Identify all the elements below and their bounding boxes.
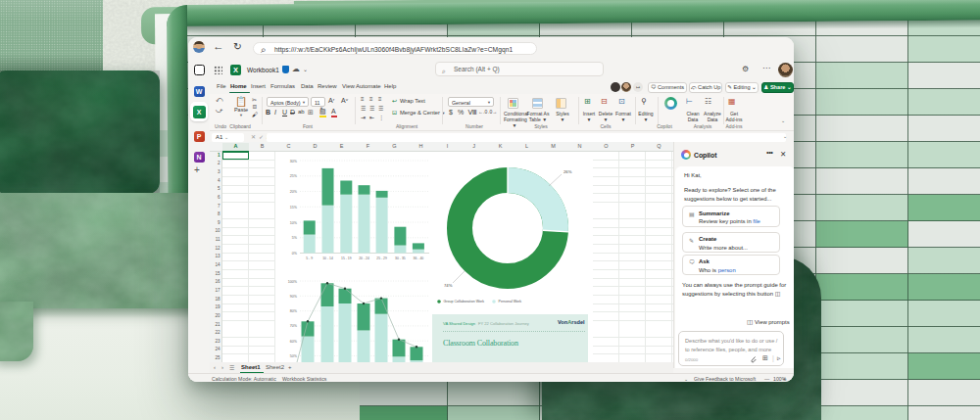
svg-text:100%: 100% — [288, 280, 298, 284]
svg-text:10%: 10% — [290, 221, 298, 225]
svg-text:15%: 15% — [290, 206, 298, 210]
svg-text:20%: 20% — [290, 190, 298, 194]
svg-text:50%: 50% — [290, 354, 298, 358]
svg-text:20 - 24: 20 - 24 — [359, 257, 369, 260]
svg-text:36 - 40: 36 - 40 — [414, 257, 424, 260]
svg-text:15 - 19: 15 - 19 — [341, 257, 352, 260]
svg-text:80%: 80% — [290, 309, 298, 313]
svg-text:90%: 90% — [290, 295, 298, 299]
svg-text:10 - 14: 10 - 14 — [322, 257, 333, 260]
svg-text:Group Collaboration Work: Group Collaboration Work — [444, 300, 485, 303]
svg-text:60%: 60% — [290, 340, 298, 344]
svg-text:30 - 35: 30 - 35 — [395, 257, 406, 260]
svg-text:25 - 29: 25 - 29 — [376, 257, 387, 260]
svg-text:70%: 70% — [290, 324, 298, 328]
svg-text:5 - 9: 5 - 9 — [306, 257, 313, 260]
svg-text:74%: 74% — [444, 283, 453, 288]
svg-text:0%: 0% — [292, 252, 298, 256]
svg-text:30%: 30% — [290, 160, 298, 163]
svg-text:Personal Work: Personal Work — [499, 300, 522, 303]
svg-text:5%: 5% — [292, 236, 298, 240]
svg-text:26%: 26% — [564, 169, 572, 174]
svg-text:25%: 25% — [290, 174, 298, 178]
